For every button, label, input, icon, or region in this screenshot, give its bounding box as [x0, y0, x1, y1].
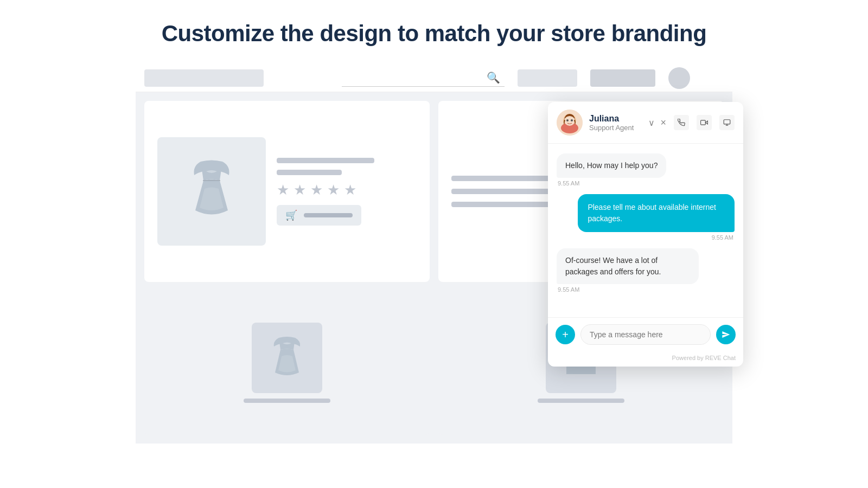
agent-name: Juliana	[589, 114, 642, 124]
close-icon[interactable]: ×	[660, 117, 666, 129]
agent-role: Support Agent	[589, 124, 642, 132]
agent-face-icon	[557, 110, 583, 136]
star-2: ★	[293, 182, 306, 198]
attach-button[interactable]: +	[556, 325, 575, 344]
svg-marker-7	[705, 121, 707, 124]
svg-rect-8	[701, 120, 706, 125]
mock-user-avatar	[668, 67, 690, 89]
chat-input-area: +	[548, 317, 743, 351]
chat-widget: Juliana Support Agent ∨ ×	[548, 102, 743, 367]
main-area: 🔍	[136, 64, 732, 444]
svg-rect-9	[724, 120, 730, 124]
product-rating: ★ ★ ★ ★ ★	[277, 182, 417, 198]
cart-icon: 🛒	[285, 209, 297, 221]
star-3: ★	[310, 182, 323, 198]
featured-product-card: ★ ★ ★ ★ ★ 🛒	[144, 101, 430, 282]
mock-logo	[144, 69, 264, 87]
star-4: ★	[327, 182, 340, 198]
svg-point-5	[566, 119, 569, 121]
cart-label-placeholder	[304, 213, 353, 217]
phone-icon[interactable]	[674, 115, 689, 130]
product-small-2-bar	[538, 399, 624, 403]
product-small-1-bar	[244, 399, 330, 403]
star-5: ★	[344, 182, 356, 198]
message-input[interactable]	[580, 324, 711, 345]
dress-small-1-icon	[265, 333, 309, 382]
search-icon: 🔍	[487, 71, 500, 84]
mock-nav-btn-2	[590, 69, 655, 87]
product-title-placeholder	[277, 158, 374, 163]
product-small-image-1	[252, 323, 322, 393]
powered-by-text: Powered by REVE Chat	[672, 355, 736, 361]
screen-share-icon[interactable]	[719, 115, 735, 130]
mock-nav-btn-1	[518, 69, 577, 87]
dress-large-icon	[179, 156, 244, 227]
featured-product-image	[157, 137, 266, 246]
star-1: ★	[277, 182, 289, 198]
message-2-time: 9.55 AM	[712, 234, 733, 241]
message-3: Of-course! We have a lot of packages and…	[557, 248, 699, 284]
chat-agent-info: Juliana Support Agent	[589, 114, 642, 132]
message-1-time: 9.55 AM	[558, 180, 579, 187]
product-subtitle-placeholder	[277, 170, 342, 175]
chat-messages: Hello, How may I help you? 9.55 AM Pleas…	[548, 144, 743, 317]
agent-avatar	[557, 110, 583, 136]
product-card-small-1	[144, 291, 430, 435]
add-to-cart-placeholder: 🛒	[277, 205, 361, 226]
message-2: Please tell me about available internet …	[578, 194, 735, 232]
mock-search: 🔍	[342, 69, 505, 87]
featured-product-details: ★ ★ ★ ★ ★ 🛒	[277, 158, 417, 226]
video-icon[interactable]	[697, 115, 712, 130]
page-title: Customize the design to match your store…	[162, 21, 707, 47]
message-3-time: 9.55 AM	[558, 286, 579, 293]
svg-point-6	[571, 119, 573, 121]
chat-footer: Powered by REVE Chat	[548, 351, 743, 367]
chat-header-actions: ∨ ×	[648, 115, 735, 130]
chat-header: Juliana Support Agent ∨ ×	[548, 102, 743, 144]
minimize-controls: ∨ ×	[648, 117, 666, 129]
minimize-icon[interactable]: ∨	[648, 118, 655, 128]
send-button[interactable]	[716, 325, 736, 344]
message-1: Hello, How may I help you?	[557, 153, 666, 178]
mock-navbar: 🔍	[136, 64, 732, 92]
